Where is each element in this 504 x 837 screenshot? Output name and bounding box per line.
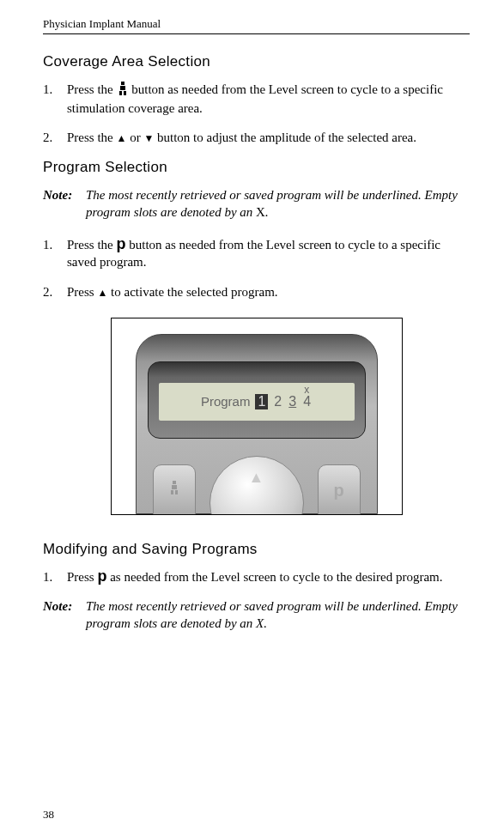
list-item: 1. Press the button as needed from the L… [43,81,470,117]
svg-rect-0 [121,82,124,85]
text-fragment: The most recently retrieved or saved pro… [86,188,458,219]
p-icon: p [97,567,106,585]
text-fragment: button to adjust the amplitude of the se… [154,130,416,144]
svg-rect-5 [172,485,177,489]
text-fragment: to activate the selected program. [107,285,277,299]
device-figure: Program 1 2 3 x4 ▲ p [43,318,470,519]
dpad-button[interactable]: ▲ [209,456,304,515]
text-fragment: . [265,205,269,219]
note-block: Note: The most recently retrieved or sav… [43,597,470,633]
text-fragment: X [256,205,265,219]
header-title: Physician Implant Manual [43,17,470,31]
list-text: Press p as needed from the Level screen … [67,568,470,585]
device-screen: Program 1 2 3 x4 [159,383,355,421]
svg-rect-1 [120,86,125,90]
list-number: 2. [43,283,67,300]
note-block: Note: The most recently retrieved or sav… [43,186,470,221]
svg-rect-4 [173,481,176,484]
svg-rect-7 [175,490,178,494]
p-icon: p [319,481,360,500]
note-label: Note: [43,597,86,633]
svg-rect-3 [124,91,126,95]
list-text: Press the ▲ or ▼ button to adjust the am… [67,129,470,146]
text-fragment: as needed from the Level screen to cycle… [106,570,442,584]
list-number: 2. [43,129,67,146]
text-fragment: Press the [67,82,117,96]
page-number: 38 [43,808,54,822]
empty-slot-marker: x [304,384,309,396]
list-item: 1. Press the p button as needed from the… [43,236,470,271]
list-text: Press the button as needed from the Leve… [67,81,470,117]
list-text: Press the p button as needed from the Le… [67,236,470,271]
text-fragment: or [126,130,143,144]
device-button-panel: ▲ p [148,454,366,515]
screen-content: Program 1 2 3 x4 [201,394,312,409]
text-fragment: Press the [67,238,117,252]
svg-rect-2 [119,91,122,95]
text-fragment: Press [67,570,97,584]
program-slot-1: 1 [255,394,268,409]
heading-coverage: Coverage Area Selection [43,53,470,70]
area-icon [154,481,195,499]
list-item: 2. Press the ▲ or ▼ button to adjust the… [43,129,470,146]
program-slot-3: 3 [288,394,297,409]
list-number: 1. [43,236,67,271]
section-modifying-saving: Modifying and Saving Programs 1. Press p… [43,541,470,633]
up-triangle-icon: ▲ [117,132,127,144]
svg-rect-6 [171,490,173,494]
heading-program-selection: Program Selection [43,159,470,176]
screen-label: Program [201,394,251,409]
program-slot-2: 2 [273,394,282,409]
area-icon [117,82,129,100]
page-header: Physician Implant Manual [43,17,470,34]
up-triangle-icon: ▲ [249,469,264,487]
text-fragment: Press [67,285,97,299]
list-text: Press ▲ to activate the selected program… [67,283,470,300]
text-fragment: Press the [67,130,117,144]
program-slot-4: x4 [302,394,312,409]
list-number: 1. [43,568,67,585]
up-triangle-icon: ▲ [97,287,107,299]
list-item: 1. Press p as needed from the Level scre… [43,568,470,585]
section-program-selection: Program Selection Note: The most recentl… [43,159,470,300]
header-divider [43,33,470,34]
device-illustration: Program 1 2 3 x4 ▲ p [111,318,403,515]
section-coverage-area: Coverage Area Selection 1. Press the but… [43,53,470,147]
note-text: The most recently retrieved or saved pro… [86,186,470,221]
note-text: The most recently retrieved or saved pro… [86,597,470,633]
heading-modifying: Modifying and Saving Programs [43,541,470,558]
slot-value: 4 [303,394,311,409]
program-button[interactable]: p [318,464,361,515]
list-item: 2. Press ▲ to activate the selected prog… [43,283,470,300]
device-screen-bezel: Program 1 2 3 x4 [148,361,366,439]
area-button[interactable] [153,464,196,515]
note-label: Note: [43,186,86,221]
p-icon: p [117,235,126,252]
list-number: 1. [43,81,67,117]
down-triangle-icon: ▼ [143,132,154,144]
